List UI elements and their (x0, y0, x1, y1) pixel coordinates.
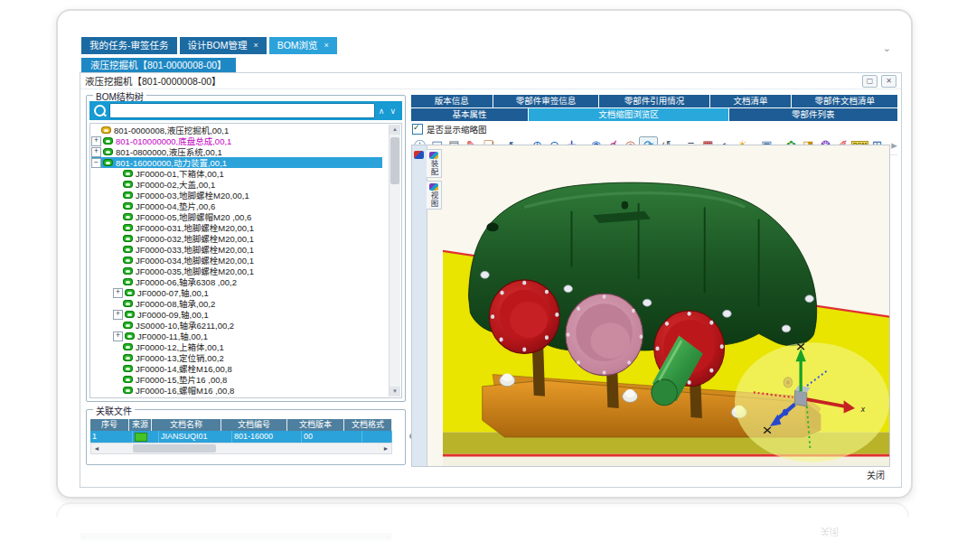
part-link-icon (123, 322, 133, 329)
panel-toggle-icon[interactable] (414, 151, 424, 159)
tree-expander-icon[interactable] (113, 331, 123, 341)
tab-bom-browse[interactable]: BOM浏览 × (269, 37, 337, 54)
search-prev-icon[interactable]: ∧ (379, 107, 385, 116)
tab-part-list[interactable]: 零部件列表 (729, 108, 897, 121)
tree-expander-icon[interactable] (113, 288, 123, 298)
viewer-3d-canvas[interactable]: x (443, 145, 889, 466)
scroll-thumb[interactable] (390, 137, 399, 184)
part-link-icon (103, 159, 113, 166)
cell-doc-version: 00 (302, 431, 362, 443)
search-next-icon[interactable]: ∨ (389, 107, 396, 116)
tree-expander-icon[interactable] (113, 181, 121, 189)
detail-tab[interactable]: 文档清单 (710, 95, 792, 107)
detail-tab[interactable]: 零部件引用情况 (599, 95, 709, 107)
tree-expander-icon[interactable] (113, 235, 121, 243)
side-tab-icon (429, 183, 438, 191)
search-icon (94, 105, 106, 117)
window-reflection: 关闭 ‹› (56, 502, 909, 560)
scroll-up-icon[interactable]: ▲ (389, 125, 400, 135)
tree-expander-icon[interactable] (113, 343, 121, 351)
doc-tab-row: 液压挖掘机【801-0000008-00】 (81, 56, 891, 72)
part-link-icon (123, 300, 133, 307)
search-input[interactable] (109, 103, 375, 118)
panel-title-row: 液压挖掘机【801-0000008-00】 ▢ ✕ (80, 73, 901, 89)
column-header: 来源 (129, 419, 152, 431)
gearbox-model: x (443, 145, 889, 466)
tree-expander-icon[interactable] (113, 365, 121, 373)
tree-item[interactable]: JS0000-10,轴承6211,00,2 (91, 320, 389, 331)
tree-expander-icon[interactable] (113, 387, 121, 395)
tree-expander-icon[interactable] (91, 158, 101, 168)
tree-expander-icon[interactable] (113, 310, 123, 320)
doc-tab-excavator[interactable]: 液压挖掘机【801-0000008-00】 (81, 58, 236, 73)
detail-tab[interactable]: 零部件文档清单 (792, 95, 897, 107)
column-header: 文档名称 (152, 419, 221, 431)
restore-icon[interactable]: ▢ (862, 75, 877, 88)
viewer-side-tab[interactable]: 装配 (427, 149, 442, 178)
scroll-thumb[interactable] (133, 444, 216, 453)
part-link-icon (103, 137, 113, 145)
cell-source (133, 431, 159, 443)
detail-tabs-row2: 基本属性 文档缩图浏览区 零部件列表 (411, 108, 897, 121)
part-link-icon (123, 278, 133, 285)
reflection-line (78, 549, 887, 551)
tree-expander-icon[interactable] (113, 354, 121, 362)
tree-scrollbar[interactable]: ▲ ▼ (389, 125, 400, 397)
show-thumbnail-checkbox[interactable] (412, 124, 423, 135)
tree-expander-icon[interactable] (113, 257, 121, 265)
column-header: 文档格式 (344, 419, 392, 431)
part-link-icon (123, 246, 133, 253)
tab-doc-thumbnail-view[interactable]: 文档缩图浏览区 (529, 108, 728, 121)
tab-design-bom[interactable]: 设计BOM管理 × (180, 37, 267, 54)
table-row[interactable]: 1 JIANSUQI01 801-16000 00 (90, 431, 392, 443)
close-icon[interactable]: ✕ (881, 75, 896, 88)
tree-expander-icon[interactable] (113, 300, 121, 308)
part-link-icon (123, 267, 133, 275)
viewer-side-tab[interactable]: 视图 (427, 181, 442, 210)
scroll-down-icon[interactable]: ▼ (389, 387, 400, 397)
side-tab-icon (429, 152, 438, 159)
tree-item-label: JF0000-16,螺帽M16 ,00,8 (136, 384, 234, 397)
tab-close-icon[interactable]: × (253, 37, 258, 54)
tab-close-icon[interactable]: × (324, 37, 329, 54)
table-header-row: 序号 来源 文档名称 文档编号 文档版本 文档格式 (90, 419, 392, 431)
related-files-table: 序号 来源 文档名称 文档编号 文档版本 文档格式 1 (90, 419, 392, 443)
tree-expander-icon[interactable] (113, 191, 121, 200)
bom-tree-group: BOM结构树 ∧ ∨ (86, 95, 406, 402)
tree-expander-icon[interactable] (113, 322, 121, 330)
part-link-icon (123, 376, 133, 383)
tree-expander-icon[interactable] (113, 170, 121, 178)
tree-item[interactable]: JF0000-08,轴承,00,2 (91, 298, 389, 309)
tree-expander-icon[interactable] (113, 278, 121, 286)
detail-tab[interactable]: 版本信息 (411, 95, 493, 107)
detail-tabs-row1: 版本信息 零部件审签信息 零部件引用情况 文档清单 零部件文档清单 (411, 95, 897, 107)
scroll-left-icon[interactable]: ◄ (91, 445, 102, 452)
screen: 我的任务-审签任务 设计BOM管理 × BOM浏览 × ⌄ 液压挖掘机【801-… (0, 0, 976, 560)
tree-search-bar: ∧ ∨ (89, 101, 402, 120)
tree-box: 801-0000008,液压挖掘机,00,1 801-010000000,底盘总… (89, 123, 402, 398)
part-link-icon (125, 289, 135, 296)
part-link-icon (125, 332, 135, 340)
tree-expander-icon[interactable] (113, 376, 121, 384)
tree-expander-icon[interactable] (91, 147, 101, 157)
tree-item[interactable]: JF0000-16,螺帽M16 ,00,8 (91, 385, 389, 396)
bom-tree-list: 801-0000008,液压挖掘机,00,1 801-010000000,底盘总… (91, 125, 389, 397)
tab-label: BOM浏览 (277, 37, 318, 54)
tree-item[interactable]: JF0000-06,轴承6308 ,00,2 (91, 276, 389, 287)
tree-expander-icon[interactable] (113, 202, 121, 210)
app-window: 我的任务-审签任务 设计BOM管理 × BOM浏览 × ⌄ 液压挖掘机【801-… (56, 9, 913, 499)
tree-expander-icon[interactable] (113, 246, 121, 254)
tree-expander-icon[interactable] (113, 267, 121, 275)
scroll-right-icon[interactable]: ► (380, 445, 391, 452)
tree-expander-icon[interactable] (113, 224, 121, 232)
tab-my-tasks[interactable]: 我的任务-审签任务 (81, 37, 177, 54)
tab-basic-properties[interactable]: 基本属性 (411, 108, 528, 121)
tree-expander-icon[interactable] (113, 213, 121, 221)
chevron-down-icon[interactable]: ⌄ (883, 42, 891, 54)
files-hscrollbar[interactable]: ◄ ► (90, 443, 392, 454)
detail-tab[interactable]: 零部件审签信息 (493, 95, 599, 107)
tree-expander-icon[interactable] (91, 136, 101, 146)
bom-browse-panel: 液压挖掘机【801-0000008-00】 ▢ ✕ BOM结构树 ∧ ∨ (80, 72, 902, 488)
tree-expander-icon[interactable] (91, 126, 99, 135)
close-button[interactable]: 关闭 (867, 468, 885, 481)
